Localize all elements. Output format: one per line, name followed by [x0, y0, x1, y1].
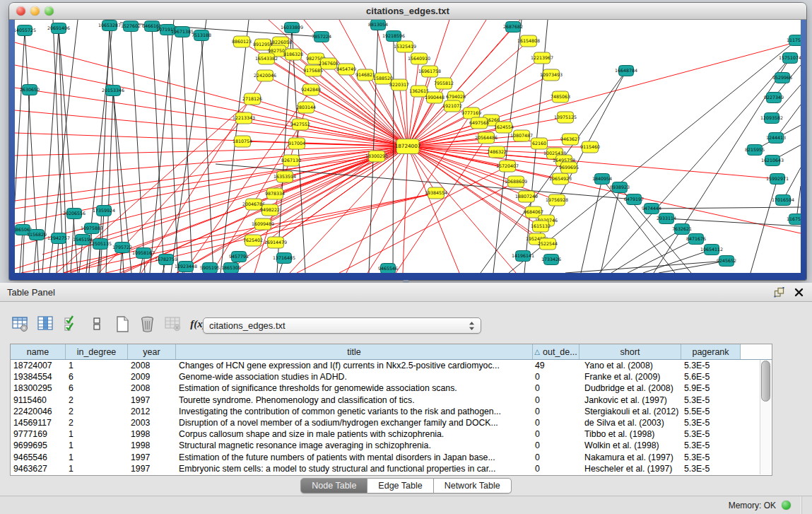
table-cell[interactable]: 6: [66, 372, 128, 382]
table-row[interactable]: 946362711997Embryonic stem cells: a mode…: [11, 463, 772, 474]
table-cell[interactable]: 6: [66, 383, 128, 393]
table-cell[interactable]: 5.9E-5: [681, 383, 741, 393]
table-cell[interactable]: 0: [533, 407, 579, 416]
table-cell[interactable]: 0: [533, 429, 579, 439]
table-cell[interactable]: 1997: [128, 452, 176, 462]
column-header-pagerank[interactable]: pagerank: [681, 344, 741, 359]
table-mode-icon[interactable]: [11, 315, 29, 333]
table-cell[interactable]: Investigating the contribution of common…: [176, 407, 533, 416]
tab-node-table[interactable]: Node Table: [300, 478, 367, 493]
table-cell[interactable]: 2008: [128, 361, 176, 370]
table-cell[interactable]: Estimation of the future numbers of pati…: [176, 452, 533, 462]
tab-edge-table[interactable]: Edge Table: [367, 478, 433, 493]
table-cell[interactable]: Tibbo et al. (1998): [579, 429, 681, 439]
table-row[interactable]: 969969511998Structural magnetic resonanc…: [11, 440, 772, 451]
table-cell[interactable]: 5.3E-5: [681, 395, 741, 405]
table-cell[interactable]: Dudbridge et al. (2008): [579, 383, 681, 393]
column-header-in_degree[interactable]: in_degree: [66, 344, 128, 359]
table-cell[interactable]: Franke et al. (2009): [579, 372, 681, 382]
table-row[interactable]: 977716911998Corpus callosum shape and si…: [11, 428, 772, 440]
table-cell[interactable]: 0: [533, 440, 579, 450]
table-cell[interactable]: 1: [66, 429, 128, 439]
scrollbar-thumb[interactable]: [761, 361, 770, 402]
table-row[interactable]: 946554611997Estimation of the future num…: [11, 452, 772, 463]
table-cell[interactable]: Hescheler et al. (1997): [579, 464, 681, 474]
tab-network-table[interactable]: Network Table: [434, 478, 512, 493]
table-cell[interactable]: 5.3E-5: [681, 440, 741, 450]
table-cell[interactable]: Stergiakouli et al. (2012): [579, 407, 681, 416]
table-cell[interactable]: 0: [533, 452, 579, 462]
table-cell[interactable]: Tourette syndrome. Phenomenology and cla…: [176, 395, 533, 405]
table-cell[interactable]: 5.6E-5: [681, 372, 741, 382]
close-window-button[interactable]: [16, 6, 25, 16]
table-cell[interactable]: 9465546: [11, 452, 66, 462]
table-cell[interactable]: 1: [66, 440, 128, 450]
table-cell[interactable]: 1998: [128, 429, 176, 439]
table-cell[interactable]: 5.3E-5: [681, 464, 741, 474]
table-cell[interactable]: 9699695: [11, 440, 66, 450]
column-header-title[interactable]: title: [176, 344, 533, 359]
table-cell[interactable]: 1: [66, 452, 128, 462]
row-height-icon[interactable]: [88, 315, 105, 333]
table-cell[interactable]: Disruption of a novel member of a sodium…: [176, 418, 533, 428]
table-cell[interactable]: Wolkin et al. (1998): [579, 440, 681, 450]
table-cell[interactable]: 9115460: [11, 395, 66, 405]
table-cell[interactable]: 0: [533, 418, 579, 428]
close-panel-icon[interactable]: [792, 286, 805, 298]
column-header-short[interactable]: short: [579, 344, 681, 359]
table-cell[interactable]: 2009: [128, 372, 176, 382]
table-cell[interactable]: Genome-wide association studies in ADHD.: [176, 372, 533, 382]
table-cell[interactable]: 18724007: [11, 361, 66, 370]
table-cell[interactable]: 2003: [128, 418, 176, 428]
table-cell[interactable]: 5.3E-5: [681, 429, 741, 439]
table-cell[interactable]: Corpus callosum shape and size in male p…: [176, 429, 533, 439]
delete-columns-icon[interactable]: [139, 315, 156, 333]
table-cell[interactable]: 9463627: [11, 464, 66, 474]
table-scrollbar[interactable]: [760, 360, 771, 474]
table-cell[interactable]: 1998: [128, 440, 176, 450]
table-row[interactable]: 911546021997Tourette syndrome. Phenomeno…: [11, 395, 772, 406]
column-visibility-icon[interactable]: [37, 315, 54, 333]
column-header-out_de[interactable]: △out_de...: [533, 344, 579, 359]
table-cell[interactable]: 0: [533, 395, 579, 405]
table-row[interactable]: 2242004622012Investigating the contribut…: [11, 406, 772, 417]
window-titlebar[interactable]: citations_edges.txt: [9, 3, 806, 20]
table-row[interactable]: 1872400712008Changes of HCN gene express…: [11, 360, 772, 371]
table-cell[interactable]: 18300295: [11, 383, 66, 393]
table-cell[interactable]: Yano et al. (2008): [579, 361, 681, 370]
zoom-window-button[interactable]: [45, 6, 54, 16]
table-selector-dropdown[interactable]: citations_edges.txt: [203, 317, 481, 334]
table-cell[interactable]: 14569117: [11, 418, 66, 428]
table-cell[interactable]: 2: [66, 395, 128, 405]
column-header-year[interactable]: year: [128, 344, 176, 359]
table-cell[interactable]: 2: [66, 418, 128, 428]
float-window-icon[interactable]: [772, 286, 785, 298]
table-cell[interactable]: Changes of HCN gene expression and I(f) …: [176, 361, 533, 370]
table-cell[interactable]: 49: [533, 361, 579, 370]
network-canvas[interactable]: 1872400718300295193845549170048267130163…: [15, 20, 801, 273]
table-cell[interactable]: 1997: [128, 464, 176, 474]
table-cell[interactable]: 0: [533, 383, 579, 393]
table-cell[interactable]: Embryonic stem cells: a model to study s…: [176, 464, 533, 474]
table-cell[interactable]: 0: [533, 372, 579, 382]
memory-status-icon[interactable]: [782, 501, 791, 510]
table-cell[interactable]: 1997: [128, 395, 176, 405]
table-cell[interactable]: 9777169: [11, 429, 66, 439]
table-cell[interactable]: 0: [533, 464, 579, 474]
table-cell[interactable]: Jankovic et al. (1997): [579, 395, 681, 405]
table-cell[interactable]: 2012: [128, 407, 176, 416]
column-header-name[interactable]: name: [11, 344, 66, 359]
citation-network-graph[interactable]: 1872400718300295193845549170048267130163…: [15, 20, 801, 273]
table-row[interactable]: 1938455462009Genome-wide association stu…: [11, 371, 772, 382]
table-row[interactable]: 1830029562008Estimation of significance …: [11, 382, 772, 394]
table-row[interactable]: 1456911722003Disruption of a novel membe…: [11, 417, 772, 428]
select-columns-icon[interactable]: [62, 315, 80, 333]
minimize-window-button[interactable]: [30, 6, 40, 16]
table-cell[interactable]: 22420046: [11, 407, 66, 416]
table-cell[interactable]: Nakamura et al. (1997): [579, 452, 681, 462]
table-cell[interactable]: Estimation of significance thresholds fo…: [176, 383, 533, 393]
new-column-icon[interactable]: [113, 315, 131, 333]
table-cell[interactable]: 1: [66, 464, 128, 474]
table-cell[interactable]: 5.3E-5: [681, 452, 741, 462]
table-cell[interactable]: Structural magnetic resonance image aver…: [176, 440, 533, 450]
